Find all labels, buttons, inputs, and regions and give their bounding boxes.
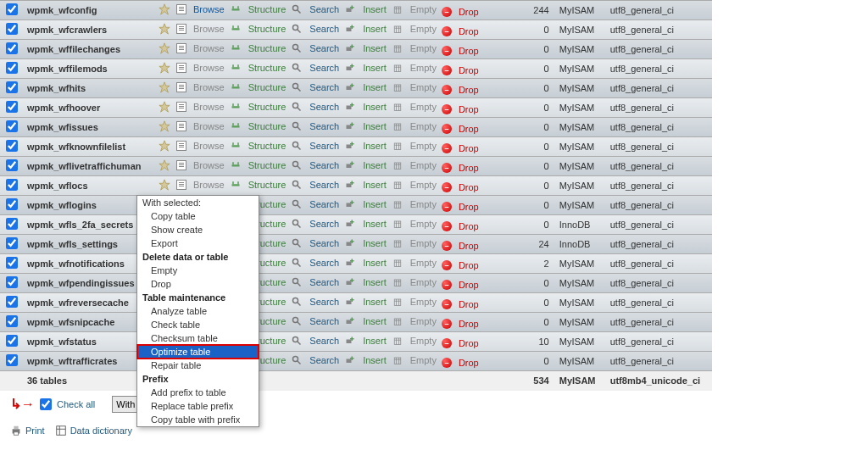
empty-action[interactable]: Empty bbox=[392, 218, 437, 230]
insert-action[interactable]: Insert bbox=[344, 335, 387, 347]
drop-action[interactable]: –Drop bbox=[442, 358, 479, 368]
table-name[interactable]: wpmk_wfhits bbox=[24, 79, 155, 98]
insert-action[interactable]: Insert bbox=[344, 62, 387, 74]
insert-action[interactable]: Insert bbox=[344, 120, 387, 132]
row-checkbox[interactable] bbox=[6, 23, 18, 35]
drop-action[interactable]: –Drop bbox=[442, 104, 479, 114]
insert-action[interactable]: Insert bbox=[344, 218, 387, 230]
table-name[interactable]: wpmk_wfls_2fa_secrets bbox=[24, 215, 155, 235]
menu-item[interactable]: Check table bbox=[137, 318, 259, 331]
drop-action[interactable]: –Drop bbox=[442, 7, 479, 17]
favorite-icon[interactable] bbox=[159, 62, 170, 74]
browse-action[interactable]: Browse bbox=[176, 102, 225, 112]
empty-action[interactable]: Empty bbox=[392, 354, 437, 366]
search-action[interactable]: Search bbox=[291, 140, 339, 152]
insert-action[interactable]: Insert bbox=[344, 81, 387, 93]
favorite-icon[interactable] bbox=[159, 42, 170, 54]
row-checkbox[interactable] bbox=[6, 81, 18, 93]
table-name[interactable]: wpmk_wfconfig bbox=[24, 1, 155, 20]
insert-action[interactable]: Insert bbox=[344, 3, 387, 15]
favorite-icon[interactable] bbox=[159, 179, 170, 191]
insert-action[interactable]: Insert bbox=[344, 42, 387, 54]
drop-action[interactable]: –Drop bbox=[442, 202, 479, 212]
search-action[interactable]: Search bbox=[291, 276, 339, 288]
empty-action[interactable]: Empty bbox=[392, 62, 437, 74]
menu-item[interactable]: Drop bbox=[137, 277, 259, 291]
search-action[interactable]: Search bbox=[291, 218, 339, 230]
menu-item[interactable]: Add prefix to table bbox=[137, 386, 259, 399]
table-name[interactable]: wpmk_wfstatus bbox=[24, 332, 155, 352]
empty-action[interactable]: Empty bbox=[392, 237, 437, 249]
row-checkbox[interactable] bbox=[6, 140, 18, 152]
table-name[interactable]: wpmk_wfsnipcache bbox=[24, 313, 155, 332]
table-name[interactable]: wpmk_wfnotifications bbox=[24, 254, 155, 274]
row-checkbox[interactable] bbox=[6, 276, 18, 288]
empty-action[interactable]: Empty bbox=[392, 198, 437, 210]
row-checkbox[interactable] bbox=[6, 354, 18, 366]
row-checkbox[interactable] bbox=[6, 120, 18, 132]
drop-action[interactable]: –Drop bbox=[442, 65, 479, 75]
search-action[interactable]: Search bbox=[291, 354, 339, 366]
menu-item[interactable]: Replace table prefix bbox=[137, 399, 259, 413]
favorite-icon[interactable] bbox=[159, 81, 170, 93]
browse-action[interactable]: Browse bbox=[176, 24, 225, 34]
empty-action[interactable]: Empty bbox=[392, 296, 437, 308]
browse-action[interactable]: Browse bbox=[176, 43, 225, 53]
menu-item[interactable]: Copy table with prefix bbox=[137, 413, 259, 426]
checkall-label[interactable]: Check all bbox=[57, 399, 95, 409]
drop-action[interactable]: –Drop bbox=[442, 241, 479, 251]
data-dictionary-link[interactable]: Data dictionary bbox=[55, 425, 132, 437]
structure-action[interactable]: Structure bbox=[230, 3, 287, 15]
search-action[interactable]: Search bbox=[291, 237, 339, 249]
favorite-icon[interactable] bbox=[159, 140, 170, 152]
menu-item[interactable]: Export bbox=[137, 236, 259, 250]
empty-action[interactable]: Empty bbox=[392, 23, 437, 35]
insert-action[interactable]: Insert bbox=[344, 179, 387, 191]
structure-action[interactable]: Structure bbox=[230, 62, 287, 74]
empty-action[interactable]: Empty bbox=[392, 140, 437, 152]
search-action[interactable]: Search bbox=[291, 335, 339, 347]
table-name[interactable]: wpmk_wflocs bbox=[24, 176, 155, 196]
row-checkbox[interactable] bbox=[6, 335, 18, 347]
row-checkbox[interactable] bbox=[6, 42, 18, 54]
empty-action[interactable]: Empty bbox=[392, 3, 437, 15]
search-action[interactable]: Search bbox=[291, 159, 339, 171]
drop-action[interactable]: –Drop bbox=[442, 182, 479, 192]
insert-action[interactable]: Insert bbox=[344, 296, 387, 308]
with-selected-menu[interactable]: With selected: Copy tableShow createExpo… bbox=[136, 195, 259, 427]
empty-action[interactable]: Empty bbox=[392, 42, 437, 54]
drop-action[interactable]: –Drop bbox=[442, 46, 479, 56]
table-name[interactable]: wpmk_wfls_settings bbox=[24, 235, 155, 254]
browse-action[interactable]: Browse bbox=[176, 141, 225, 151]
insert-action[interactable]: Insert bbox=[344, 101, 387, 113]
search-action[interactable]: Search bbox=[291, 23, 339, 35]
menu-item[interactable]: Show create bbox=[137, 223, 259, 236]
row-checkbox[interactable] bbox=[6, 62, 18, 74]
structure-action[interactable]: Structure bbox=[230, 81, 287, 93]
table-name[interactable]: wpmk_wfissues bbox=[24, 118, 155, 137]
insert-action[interactable]: Insert bbox=[344, 257, 387, 269]
insert-action[interactable]: Insert bbox=[344, 140, 387, 152]
menu-item[interactable]: Optimize table bbox=[137, 345, 259, 359]
row-checkbox[interactable] bbox=[6, 3, 18, 15]
table-name[interactable]: wpmk_wfcrawlers bbox=[24, 20, 155, 40]
search-action[interactable]: Search bbox=[291, 257, 339, 269]
search-action[interactable]: Search bbox=[291, 315, 339, 327]
row-checkbox[interactable] bbox=[6, 179, 18, 191]
favorite-icon[interactable] bbox=[159, 120, 170, 132]
row-checkbox[interactable] bbox=[6, 159, 18, 171]
drop-action[interactable]: –Drop bbox=[442, 260, 479, 270]
browse-action[interactable]: Browse bbox=[176, 180, 225, 190]
insert-action[interactable]: Insert bbox=[344, 276, 387, 288]
insert-action[interactable]: Insert bbox=[344, 198, 387, 210]
insert-action[interactable]: Insert bbox=[344, 315, 387, 327]
search-action[interactable]: Search bbox=[291, 198, 339, 210]
empty-action[interactable]: Empty bbox=[392, 179, 437, 191]
menu-item[interactable]: Repair table bbox=[137, 359, 259, 372]
search-action[interactable]: Search bbox=[291, 120, 339, 132]
empty-action[interactable]: Empty bbox=[392, 257, 437, 269]
row-checkbox[interactable] bbox=[6, 218, 18, 230]
structure-action[interactable]: Structure bbox=[230, 159, 287, 171]
empty-action[interactable]: Empty bbox=[392, 159, 437, 171]
browse-action[interactable]: Browse bbox=[176, 160, 225, 170]
